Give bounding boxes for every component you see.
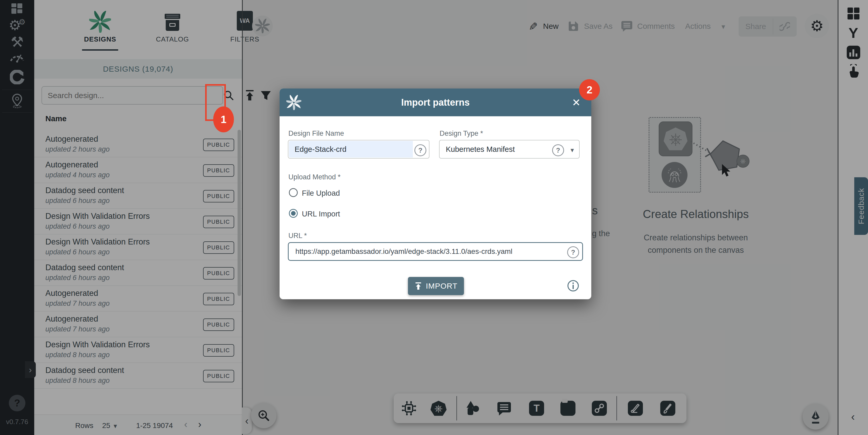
upload-icon: [414, 282, 422, 290]
meshery-app: ⚙ ⚙ ⚒ ?: [0, 0, 868, 435]
design-file-name-label: Design File Name: [288, 129, 344, 138]
help-icon[interactable]: ?: [567, 246, 579, 258]
help-icon[interactable]: ?: [414, 144, 426, 156]
meshery-logo-icon: [286, 95, 301, 110]
chevron-down-icon[interactable]: ▾: [570, 146, 574, 154]
url-label: URL *: [288, 232, 307, 240]
design-file-name-input[interactable]: [288, 140, 429, 158]
url-field[interactable]: ?: [288, 242, 583, 261]
modal-title: Import patterns: [280, 88, 591, 116]
design-file-name-field[interactable]: ?: [288, 140, 430, 158]
radio-url-import[interactable]: [289, 209, 298, 218]
import-patterns-modal: Import patterns ✕ Design File Name Desig…: [280, 88, 591, 299]
radio-url-import-label[interactable]: URL Import: [302, 210, 340, 218]
radio-file-upload[interactable]: [289, 188, 298, 197]
annotation-step-2-badge: 2: [579, 79, 600, 100]
radio-file-upload-label[interactable]: File Upload: [302, 189, 340, 198]
info-icon[interactable]: [566, 279, 580, 292]
design-type-label: Design Type *: [440, 129, 483, 138]
design-type-value: Kubernetes Manifest: [446, 145, 515, 154]
help-icon[interactable]: ?: [552, 144, 564, 156]
annotation-step-1-badge: 1: [213, 107, 234, 133]
url-input[interactable]: [289, 243, 582, 260]
import-button[interactable]: IMPORT: [408, 277, 464, 295]
design-type-select[interactable]: Kubernetes Manifest ? ▾: [439, 140, 580, 158]
upload-method-label: Upload Method *: [288, 173, 341, 181]
close-icon[interactable]: ✕: [569, 95, 584, 110]
